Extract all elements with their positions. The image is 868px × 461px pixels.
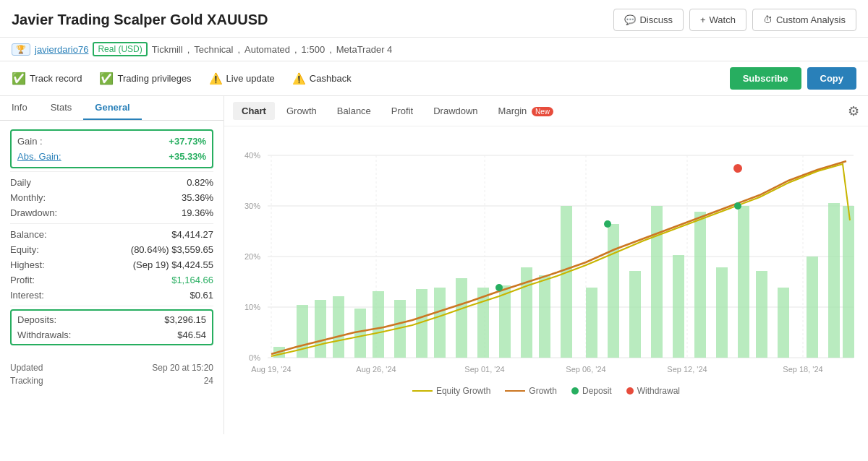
stats-panel: Gain : +37.73% Abs. Gain: +35.33% Daily … bbox=[0, 121, 224, 356]
interest-value: $0.61 bbox=[190, 290, 213, 301]
equity-growth-line bbox=[412, 390, 433, 392]
copy-button[interactable]: Copy bbox=[807, 67, 857, 90]
highest-value: (Sep 19) $4,424.55 bbox=[133, 259, 213, 270]
svg-rect-35 bbox=[539, 275, 550, 358]
page-title: Javier Trading Scalper Gold XAUUSD bbox=[12, 12, 268, 28]
divider1 bbox=[10, 171, 213, 172]
legend-deposit: Deposit bbox=[571, 386, 612, 396]
header-actions: 💬 Discuss + Watch ⏱ Custom Analysis bbox=[613, 9, 856, 31]
left-tabs: Info Stats General bbox=[0, 96, 224, 121]
profit-row: Profit: $1,164.66 bbox=[10, 272, 213, 288]
subscribe-button[interactable]: Subscribe bbox=[730, 67, 801, 90]
gain-row: Gain : +37.73% bbox=[17, 134, 206, 149]
svg-rect-41 bbox=[673, 255, 684, 358]
legend-growth: Growth bbox=[505, 386, 557, 396]
svg-rect-46 bbox=[778, 288, 789, 358]
svg-text:30%: 30% bbox=[244, 202, 260, 210]
platform-text: MetaTrader 4 bbox=[336, 44, 393, 55]
daily-label: Daily bbox=[10, 177, 31, 188]
daily-row: Daily 0.82% bbox=[10, 175, 213, 190]
svg-point-53 bbox=[733, 164, 742, 173]
svg-rect-49 bbox=[843, 206, 854, 358]
tab-general[interactable]: General bbox=[83, 96, 141, 120]
chart-tab-drawdown[interactable]: Drawdown bbox=[425, 102, 486, 120]
separator1: , bbox=[187, 44, 190, 55]
legend-withdrawal: Withdrawal bbox=[626, 386, 680, 396]
check-icon-trading: ✅ bbox=[99, 72, 114, 85]
svg-rect-25 bbox=[333, 296, 344, 358]
gain-highlight: Gain : +37.73% Abs. Gain: +35.33% bbox=[10, 129, 213, 168]
chart-tab-list: Chart Growth Balance Profit Drawdown Mar… bbox=[233, 102, 562, 120]
new-badge: New bbox=[532, 107, 553, 116]
balance-label: Balance: bbox=[10, 229, 47, 240]
growth-line bbox=[505, 390, 525, 392]
abs-gain-value: +35.33% bbox=[169, 151, 206, 162]
equity-value: (80.64%) $3,559.65 bbox=[131, 244, 213, 255]
svg-rect-44 bbox=[738, 206, 749, 358]
updated-row: Updated Sep 20 at 15:20 bbox=[10, 361, 213, 374]
svg-rect-31 bbox=[456, 278, 467, 358]
equity-row: Equity: (80.64%) $3,559.65 bbox=[10, 242, 213, 257]
svg-rect-45 bbox=[756, 271, 767, 358]
interest-row: Interest: $0.61 bbox=[10, 288, 213, 303]
warn-icon-live: ⚠️ bbox=[209, 72, 223, 85]
discuss-button[interactable]: 💬 Discuss bbox=[613, 9, 684, 31]
watch-button[interactable]: + Watch bbox=[689, 9, 746, 31]
status-bar: ✅ Track record ✅ Trading privileges ⚠️ L… bbox=[0, 61, 868, 96]
abs-gain-label: Abs. Gain: bbox=[17, 151, 61, 162]
clock-icon: ⏱ bbox=[763, 14, 773, 25]
footer-info: Updated Sep 20 at 15:20 Tracking 24 bbox=[0, 356, 224, 393]
separator2: , bbox=[237, 44, 240, 55]
svg-point-50 bbox=[495, 284, 503, 291]
svg-rect-40 bbox=[651, 206, 663, 358]
gain-value: +37.73% bbox=[169, 136, 206, 147]
monthly-label: Monthly: bbox=[10, 192, 46, 203]
balance-value: $4,414.27 bbox=[171, 229, 213, 240]
left-panel: Info Stats General Gain : +37.73% Abs. G… bbox=[0, 96, 224, 434]
svg-point-51 bbox=[604, 220, 611, 228]
broker-text: Tickmill bbox=[152, 44, 183, 55]
live-update-item: ⚠️ Live update bbox=[209, 72, 275, 85]
svg-rect-39 bbox=[629, 271, 641, 358]
chart-tab-growth[interactable]: Growth bbox=[278, 102, 326, 120]
separator3: , bbox=[294, 44, 297, 55]
automation-text: Automated bbox=[244, 44, 290, 55]
chart-tab-balance[interactable]: Balance bbox=[328, 102, 380, 120]
check-icon-track: ✅ bbox=[12, 72, 26, 85]
chart-tab-margin[interactable]: Margin New bbox=[490, 102, 562, 120]
svg-text:Sep 01, '24: Sep 01, '24 bbox=[464, 365, 504, 374]
gain-label: Gain : bbox=[17, 136, 43, 147]
withdrawal-dot bbox=[626, 387, 634, 395]
svg-text:Sep 12, '24: Sep 12, '24 bbox=[667, 365, 707, 374]
interest-label: Interest: bbox=[10, 290, 44, 301]
top-badge: 🏆 bbox=[12, 43, 30, 56]
deposits-highlight: Deposits: $3,296.15 Withdrawals: $46.54 bbox=[10, 309, 213, 345]
real-usd-badge[interactable]: Real (USD) bbox=[93, 42, 147, 56]
tab-info[interactable]: Info bbox=[0, 96, 39, 120]
updated-value: Sep 20 at 15:20 bbox=[152, 363, 213, 373]
custom-analysis-button[interactable]: ⏱ Custom Analysis bbox=[752, 9, 856, 31]
chart-tab-profit[interactable]: Profit bbox=[383, 102, 422, 120]
username-link[interactable]: javierdario76 bbox=[35, 44, 88, 55]
chart-tab-chart[interactable]: Chart bbox=[233, 102, 275, 120]
highest-label: Highest: bbox=[10, 259, 45, 270]
equity-label: Equity: bbox=[10, 244, 39, 255]
svg-text:Aug 26, '24: Aug 26, '24 bbox=[356, 365, 396, 374]
tab-stats[interactable]: Stats bbox=[39, 96, 84, 120]
page-header: Javier Trading Scalper Gold XAUUSD 💬 Dis… bbox=[0, 0, 868, 38]
deposits-value: $3,296.15 bbox=[164, 314, 206, 325]
svg-rect-38 bbox=[608, 224, 619, 358]
settings-icon[interactable]: ⚙ bbox=[848, 103, 859, 119]
deposit-dot bbox=[571, 387, 579, 395]
svg-rect-37 bbox=[586, 288, 597, 358]
status-items: ✅ Track record ✅ Trading privileges ⚠️ L… bbox=[12, 72, 352, 85]
withdrawals-value: $46.54 bbox=[177, 329, 206, 340]
svg-rect-27 bbox=[373, 291, 384, 358]
svg-text:0%: 0% bbox=[249, 353, 260, 362]
tracking-label: Tracking bbox=[10, 376, 43, 386]
svg-rect-47 bbox=[807, 257, 818, 358]
svg-text:10%: 10% bbox=[244, 303, 260, 311]
svg-rect-43 bbox=[716, 267, 728, 358]
discuss-icon: 💬 bbox=[624, 14, 636, 25]
deposits-row: Deposits: $3,296.15 bbox=[17, 312, 206, 327]
